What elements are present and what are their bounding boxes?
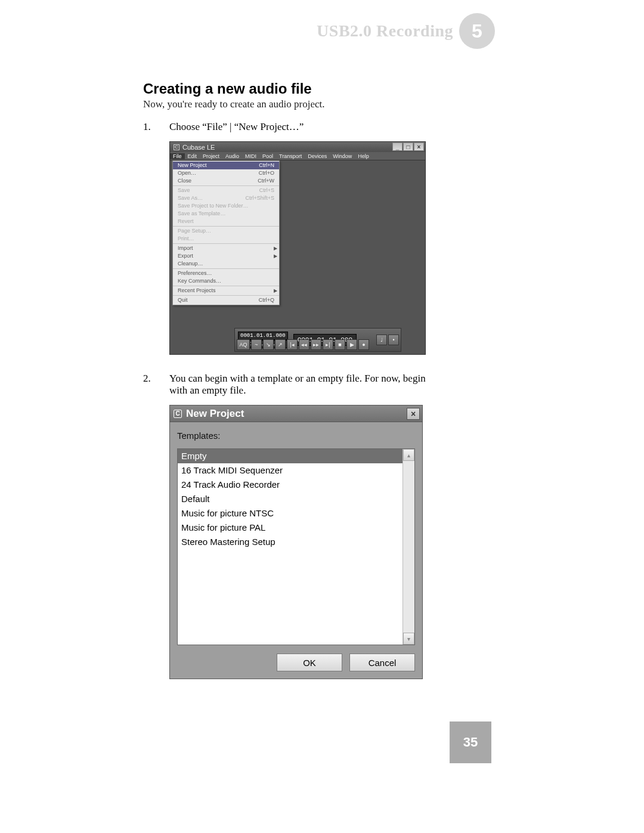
menu-item[interactable]: Preferences… (173, 270, 279, 277)
menu-window[interactable]: Window (330, 153, 355, 159)
menu-item[interactable]: Open…Ctrl+O (173, 169, 279, 177)
menu-item[interactable]: QuitCtrl+Q (173, 296, 279, 304)
menu-pool[interactable]: Pool (259, 153, 276, 159)
goto-end-button[interactable]: ▸| (323, 339, 333, 350)
cancel-button[interactable]: Cancel (349, 654, 415, 671)
step-number: 2. (143, 373, 169, 397)
template-item[interactable]: Stereo Mastering Setup (178, 535, 402, 549)
menu-audio[interactable]: Audio (222, 153, 242, 159)
screenshot-new-project-dialog: C New Project × Templates: Empty16 Track… (169, 405, 423, 679)
ok-button[interactable]: OK (277, 654, 342, 671)
punch-in-button[interactable]: ↘ (263, 339, 274, 350)
record-button[interactable]: ● (358, 339, 369, 350)
template-item[interactable]: Music for picture PAL (178, 521, 402, 535)
menu-item[interactable]: Recent Projects▶ (173, 287, 279, 295)
window-titlebar: C Cubase LE _ □ × (170, 142, 425, 152)
close-button[interactable]: × (414, 143, 424, 151)
menu-file[interactable]: File (170, 153, 185, 159)
page-number: 35 (450, 721, 491, 763)
click-icon[interactable]: ♩ (376, 335, 387, 345)
rewind-button[interactable]: ◂◂ (299, 339, 309, 350)
screenshot-cubase-file-menu: C Cubase LE _ □ × File Edit Project Audi… (169, 141, 426, 355)
app-icon: C (174, 144, 179, 150)
menu-item[interactable]: Export▶ (173, 252, 279, 260)
menu-transport[interactable]: Transport (276, 153, 305, 159)
goto-start-button[interactable]: |◂ (287, 339, 298, 350)
close-button[interactable]: × (407, 408, 420, 420)
file-dropdown: New ProjectCtrl+NOpen…Ctrl+OCloseCtrl+WS… (172, 160, 280, 305)
scrollbar[interactable]: ▴ ▾ (402, 449, 414, 645)
menu-item[interactable]: Import▶ (173, 244, 279, 252)
automation-button[interactable]: AQ (237, 339, 250, 350)
locator-left[interactable]: 0001.01.01.000 (238, 332, 288, 340)
template-item[interactable]: Default (178, 492, 402, 506)
templates-listbox[interactable]: Empty16 Track MIDI Sequenzer24 Track Aud… (177, 448, 415, 645)
tempo-icon[interactable]: • (388, 335, 399, 345)
step: 1. Choose “File” | “New Project…” (143, 121, 501, 133)
menu-help[interactable]: Help (355, 153, 372, 159)
punch-out-button[interactable]: ↗ (275, 339, 286, 350)
menu-midi[interactable]: MIDI (242, 153, 259, 159)
chapter-badge: 5 (459, 13, 495, 49)
template-item[interactable]: Empty (178, 449, 402, 463)
window-title: Cubase LE (182, 144, 215, 151)
menu-project[interactable]: Project (200, 153, 222, 159)
page-header: USB2.0 Recording 5 (317, 13, 495, 49)
menu-item[interactable]: Cleanup… (173, 260, 279, 268)
header-title: USB2.0 Recording (317, 21, 453, 41)
menu-item[interactable]: Key Commands… (173, 277, 279, 285)
forward-button[interactable]: ▸▸ (311, 339, 321, 350)
template-item[interactable]: Music for picture NTSC (178, 506, 402, 521)
menu-item: Revert (173, 218, 279, 225)
step: 2. You can begin with a template or an e… (143, 373, 501, 397)
menu-item: Save As…Ctrl+Shift+S (173, 194, 279, 202)
template-item[interactable]: 16 Track MIDI Sequenzer (178, 463, 402, 478)
minimize-button[interactable]: _ (392, 143, 402, 151)
step-text: You can begin with a template or an empt… (169, 373, 426, 397)
menubar: File Edit Project Audio MIDI Pool Transp… (170, 152, 425, 160)
menu-item: Save Project to New Folder… (173, 202, 279, 210)
menu-item[interactable]: CloseCtrl+W (173, 177, 279, 185)
app-icon: C (174, 410, 182, 418)
intro-text: Now, you're ready to create an audio pro… (143, 98, 501, 110)
step-text: Choose “File” | “New Project…” (169, 121, 304, 133)
menu-item: Print… (173, 235, 279, 243)
menu-item: Save as Template… (173, 210, 279, 218)
templates-label: Templates: (170, 422, 422, 444)
menu-item: SaveCtrl+S (173, 187, 279, 194)
template-item[interactable]: 24 Track Audio Recorder (178, 478, 402, 492)
menu-item: Page Setup… (173, 227, 279, 235)
play-button[interactable]: ▶ (346, 339, 357, 350)
scroll-up-button[interactable]: ▴ (403, 449, 414, 461)
section-heading: Creating a new audio file (143, 80, 501, 97)
transport-panel: 0001.01.01.000 0001.01.01.000 0001.01.01… (234, 328, 401, 352)
menu-edit[interactable]: Edit (185, 153, 200, 159)
scroll-down-button[interactable]: ▾ (403, 633, 414, 645)
dialog-titlebar: C New Project × (170, 405, 422, 422)
step-number: 1. (143, 121, 169, 133)
maximize-button[interactable]: □ (403, 143, 413, 151)
dialog-title: New Project (186, 408, 244, 420)
cycle-button[interactable]: ~ (251, 339, 262, 350)
menu-item[interactable]: New ProjectCtrl+N (173, 162, 279, 169)
menu-devices[interactable]: Devices (305, 153, 330, 159)
stop-button[interactable]: ■ (335, 339, 345, 350)
